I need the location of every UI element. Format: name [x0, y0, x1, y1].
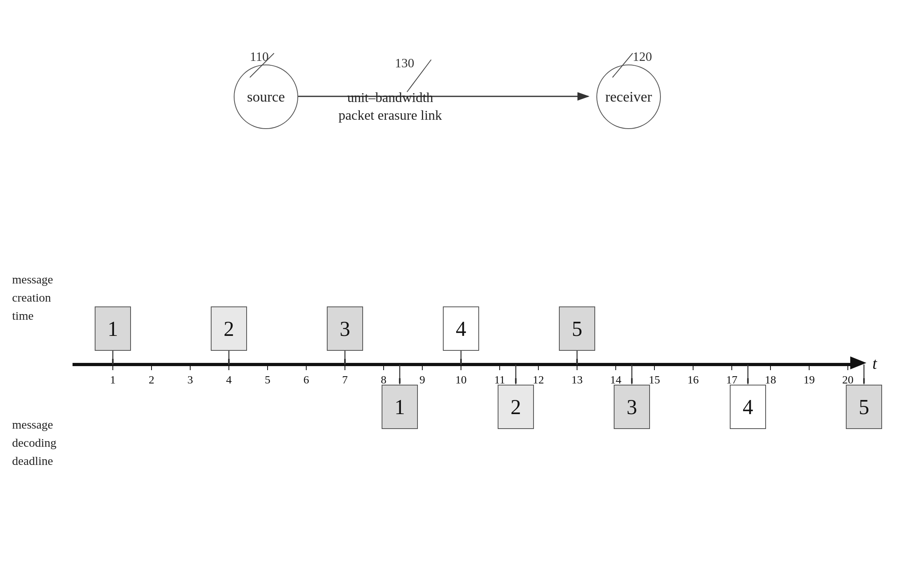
- tick-label-7: 7: [338, 373, 352, 386]
- callout-110: [242, 49, 282, 81]
- decoding-line3: deadline: [12, 452, 56, 470]
- tick-9: [422, 363, 423, 370]
- t-label: t: [872, 354, 877, 373]
- creation-box-4: 4: [443, 306, 479, 351]
- svg-marker-8: [228, 359, 230, 365]
- svg-line-4: [407, 60, 431, 92]
- tick-label-2: 2: [144, 373, 159, 386]
- creation-arrow-4: [460, 351, 462, 365]
- svg-marker-14: [576, 359, 578, 365]
- tick-label-3: 3: [183, 373, 197, 386]
- tick-6: [306, 363, 307, 370]
- decoding-line2: decoding: [12, 433, 56, 452]
- svg-marker-22: [747, 378, 749, 385]
- tick-2: [151, 363, 152, 370]
- top-diagram: 110 source 130 unit–bandwidth packet era…: [0, 24, 924, 194]
- creation-line3: time: [12, 306, 53, 325]
- creation-arrow-3: [344, 351, 346, 365]
- creation-arrow-2: [228, 351, 230, 365]
- creation-line1: message: [12, 270, 53, 288]
- tick-11: [499, 363, 500, 370]
- callout-120: [604, 49, 645, 81]
- tick-8: [383, 363, 384, 370]
- creation-box-2: 2: [211, 306, 247, 351]
- decoding-label: message decoding deadline: [12, 415, 56, 470]
- decoding-box-1: 1: [382, 385, 418, 429]
- tick-14: [615, 363, 616, 370]
- tick-12: [538, 363, 539, 370]
- svg-marker-16: [399, 378, 401, 385]
- tick-label-5: 5: [260, 373, 275, 386]
- tick-label-1: 1: [106, 373, 120, 386]
- link-text-line2: packet erasure link: [338, 106, 442, 124]
- decoding-arrow-1: [399, 365, 401, 385]
- creation-line2: creation: [12, 288, 53, 306]
- decoding-arrow-3: [631, 365, 633, 385]
- decoding-box-2: 2: [498, 385, 534, 429]
- svg-marker-12: [460, 359, 462, 365]
- tick-label-10: 10: [454, 373, 468, 386]
- callout-130: [403, 56, 443, 96]
- tick-20: [847, 363, 848, 370]
- tick-label-4: 4: [222, 373, 236, 386]
- tick-19: [809, 363, 810, 370]
- tick-5: [267, 363, 268, 370]
- tick-label-16: 16: [686, 373, 700, 386]
- tick-label-6: 6: [299, 373, 314, 386]
- decoding-arrow-5: [863, 365, 865, 385]
- tick-16: [693, 363, 694, 370]
- tick-17: [731, 363, 732, 370]
- svg-marker-10: [344, 359, 346, 365]
- decoding-box-3: 3: [614, 385, 650, 429]
- svg-marker-18: [515, 378, 517, 385]
- decoding-arrow-2: [515, 365, 517, 385]
- creation-label: message creation time: [12, 270, 53, 325]
- decoding-line1: message: [12, 415, 56, 433]
- creation-box-1: 1: [95, 306, 131, 351]
- svg-marker-6: [112, 359, 114, 365]
- tick-label-13: 13: [570, 373, 584, 386]
- creation-arrow-1: [112, 351, 114, 365]
- decoding-arrow-4: [747, 365, 749, 385]
- receiver-label: receiver: [605, 88, 652, 105]
- creation-arrow-5: [576, 351, 578, 365]
- creation-box-5: 5: [559, 306, 595, 351]
- svg-marker-20: [631, 378, 633, 385]
- bottom-diagram: message creation time message decoding d…: [0, 214, 924, 565]
- creation-box-3: 3: [327, 306, 363, 351]
- svg-marker-24: [863, 378, 865, 385]
- decoding-box-4: 4: [730, 385, 766, 429]
- source-label: source: [247, 88, 285, 105]
- svg-line-3: [613, 53, 633, 77]
- decoding-box-5: 5: [846, 385, 882, 429]
- tick-label-19: 19: [802, 373, 816, 386]
- tick-15: [654, 363, 655, 370]
- tick-18: [770, 363, 771, 370]
- tick-3: [190, 363, 191, 370]
- svg-line-2: [250, 53, 274, 77]
